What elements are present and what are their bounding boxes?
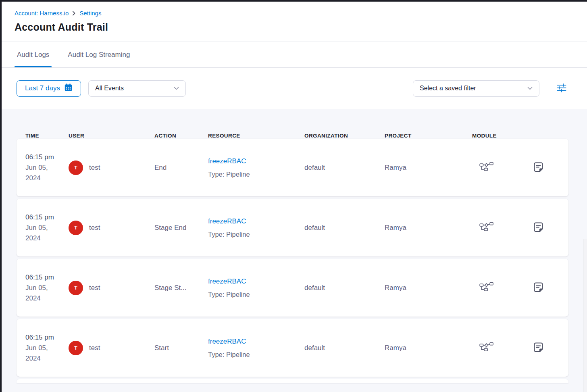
column-header-resource: RESOURCE [208,133,304,139]
table-row: 06:15 pm Jun 05, 2024 T test End freezeR… [17,139,568,196]
avatar: T [69,281,83,295]
date-range-button[interactable]: Last 7 days [17,80,81,97]
event-summary-button[interactable] [533,161,544,174]
pipeline-icon [479,161,493,174]
event-time: 06:15 pm [25,212,69,223]
project-cell: Ramya [385,344,472,352]
module-cell [472,281,529,294]
column-header-time: TIME [25,133,69,139]
table-row: 06:15 pm Jun 05, 2024 T test Stage St...… [17,259,568,317]
page-header: Account: Harness.io Settings Account Aud… [2,2,587,42]
events-dropdown-value: All Events [95,85,124,92]
column-header-project: PROJECT [385,133,472,139]
user-cell: T test [69,221,154,235]
chevron-right-icon [72,11,76,16]
project-cell: Ramya [385,284,472,292]
event-date-line1: Jun 05, [25,283,69,293]
organization-cell: default [304,164,385,172]
user-cell: T test [69,281,154,295]
event-date-line1: Jun 05, [25,163,69,173]
column-header-action: ACTION [154,133,208,139]
event-date-line1: Jun 05, [25,343,69,353]
resource-cell: freezeRBAC Type: Pipeline [208,156,304,180]
resource-type: Type: Pipeline [208,289,304,300]
organization-cell: default [304,224,385,232]
breadcrumb-account-link[interactable]: Account: Harness.io [15,10,69,17]
event-date-line2: 2024 [25,233,69,244]
tab-audit-logs[interactable]: Audit Logs [15,42,52,67]
resource-link[interactable]: freezeRBAC [208,156,246,167]
resource-cell: freezeRBAC Type: Pipeline [208,216,304,240]
event-summary-button[interactable] [533,342,544,354]
pipeline-icon [479,281,493,294]
module-cell [472,342,529,354]
resource-link[interactable]: freezeRBAC [208,276,246,287]
user-name: test [89,284,100,292]
user-name: test [89,224,100,232]
table-row-partial [17,379,568,383]
module-cell [472,161,529,174]
resource-link[interactable]: freezeRBAC [208,336,246,347]
resource-link[interactable]: freezeRBAC [208,216,246,227]
note-icon [533,221,544,234]
sliders-icon [557,83,566,94]
chevron-down-icon [174,85,179,92]
filter-bar: Last 7 days All Events Select a saved fi… [2,68,587,109]
note-icon [533,161,544,174]
details-cell [529,281,568,294]
time-cell: 06:15 pm Jun 05, 2024 [25,332,69,364]
pipeline-icon [479,221,493,234]
event-date-line2: 2024 [25,293,69,304]
organization-cell: default [304,284,385,292]
event-date-line2: 2024 [25,173,69,183]
breadcrumb-settings-link[interactable]: Settings [79,10,101,17]
details-cell [529,161,568,174]
note-icon [533,342,544,354]
vertical-scrollbar[interactable] [583,239,587,392]
resource-cell: freezeRBAC Type: Pipeline [208,336,304,360]
event-time: 06:15 pm [25,272,69,283]
tab-audit-logs-label: Audit Logs [17,51,49,59]
avatar: T [69,221,83,235]
table-body: 06:15 pm Jun 05, 2024 T test End freezeR… [17,139,568,377]
events-dropdown[interactable]: All Events [88,80,186,97]
action-cell: End [154,164,208,172]
resource-cell: freezeRBAC Type: Pipeline [208,276,304,300]
time-cell: 06:15 pm Jun 05, 2024 [25,152,69,183]
tab-audit-log-streaming[interactable]: Audit Log Streaming [65,42,132,67]
table-header-row: TIME USER ACTION RESOURCE ORGANIZATION P… [17,109,568,139]
column-header-user: USER [69,133,154,139]
table-row: 06:15 pm Jun 05, 2024 T test Stage End f… [17,199,568,256]
saved-filter-placeholder: Select a saved filter [420,85,476,92]
event-summary-button[interactable] [533,281,544,294]
account-audit-trail-page: Account: Harness.io Settings Account Aud… [0,0,587,392]
filter-settings-button[interactable] [555,81,568,95]
event-time: 06:15 pm [25,332,69,343]
action-cell: Stage End [154,224,208,232]
chevron-down-icon [527,85,533,92]
action-cell: Start [154,344,208,352]
user-cell: T test [69,341,154,355]
project-cell: Ramya [385,224,472,232]
time-cell: 06:15 pm Jun 05, 2024 [25,272,69,304]
tab-audit-log-streaming-label: Audit Log Streaming [68,51,130,59]
column-header-organization: ORGANIZATION [304,133,385,139]
resource-type: Type: Pipeline [208,229,304,240]
user-name: test [89,164,100,172]
pipeline-icon [479,342,493,354]
event-time: 06:15 pm [25,152,69,163]
avatar: T [69,161,83,175]
time-cell: 06:15 pm Jun 05, 2024 [25,212,69,244]
event-summary-button[interactable] [533,221,544,234]
saved-filter-dropdown[interactable]: Select a saved filter [413,80,539,97]
table-row: 06:15 pm Jun 05, 2024 T test Start freez… [17,319,568,377]
details-cell [529,221,568,234]
resource-type: Type: Pipeline [208,169,304,180]
column-header-module: MODULE [472,133,529,139]
tab-bar: Audit Logs Audit Log Streaming [2,42,587,68]
organization-cell: default [304,344,385,352]
avatar: T [69,341,83,355]
page-title: Account Audit Trail [15,21,572,33]
user-cell: T test [69,161,154,175]
event-date-line1: Jun 05, [25,223,69,233]
